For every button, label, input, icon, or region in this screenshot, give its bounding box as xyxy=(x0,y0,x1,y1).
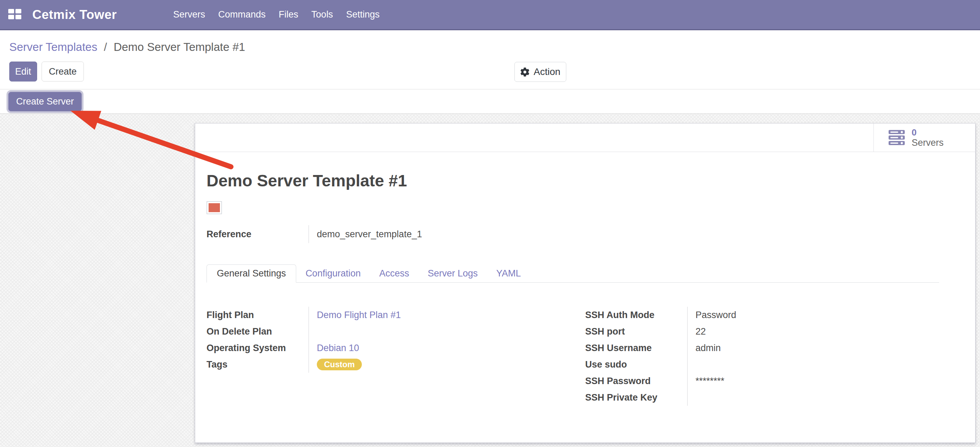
ssh-username-value: admin xyxy=(695,343,721,353)
breadcrumb: Server Templates / Demo Server Template … xyxy=(9,41,245,54)
operating-system-label: Operating System xyxy=(207,340,309,356)
field-row-ssh-username: SSH Username admin xyxy=(585,340,964,356)
gear-icon xyxy=(520,67,530,77)
field-row-ssh-private-key: SSH Private Key xyxy=(585,389,964,406)
field-row-on-delete-plan: On Delete Plan xyxy=(207,323,585,340)
ssh-password-label: SSH Password xyxy=(585,373,687,389)
tag-badge-custom: Custom xyxy=(317,359,362,370)
apps-menu-button[interactable] xyxy=(8,9,21,21)
tab-server-logs[interactable]: Server Logs xyxy=(418,264,487,282)
menu-item-files[interactable]: Files xyxy=(272,9,305,20)
tab-yaml[interactable]: YAML xyxy=(487,264,530,282)
on-delete-plan-label: On Delete Plan xyxy=(207,323,309,340)
action-button[interactable]: Action xyxy=(514,62,566,82)
field-row-ssh-auth-mode: SSH Auth Mode Password xyxy=(585,307,964,323)
notebook-tabs: General Settings Configuration Access Se… xyxy=(207,264,939,283)
create-server-button[interactable]: Create Server xyxy=(8,92,82,112)
ssh-port-label: SSH port xyxy=(585,323,687,340)
servers-stat-text: 0 Servers xyxy=(912,127,943,148)
create-button[interactable]: Create xyxy=(41,62,84,81)
action-button-label: Action xyxy=(534,66,560,77)
tab-access[interactable]: Access xyxy=(370,264,418,282)
edit-button[interactable]: Edit xyxy=(9,62,37,81)
stat-button-box: 0 Servers xyxy=(195,123,975,152)
servers-stat-label: Servers xyxy=(912,137,943,148)
menu-item-settings[interactable]: Settings xyxy=(339,9,386,20)
reference-label: Reference xyxy=(207,225,309,243)
apps-grid-icon xyxy=(8,9,21,21)
record-sheet: 0 Servers Demo Server Template #1 Refere… xyxy=(195,123,975,443)
field-row-ssh-port: SSH port 22 xyxy=(585,323,964,340)
breadcrumb-parent-link[interactable]: Server Templates xyxy=(9,41,97,53)
color-swatch-fill xyxy=(208,203,220,212)
tags-label: Tags xyxy=(207,356,309,373)
flight-plan-label: Flight Plan xyxy=(207,307,309,323)
breadcrumb-current: Demo Server Template #1 xyxy=(114,41,245,53)
tab-configuration[interactable]: Configuration xyxy=(296,264,370,282)
main-menu: Servers Commands Files Tools Settings xyxy=(167,0,386,29)
record-title: Demo Server Template #1 xyxy=(207,171,964,190)
menu-item-tools[interactable]: Tools xyxy=(305,9,339,20)
field-grid: Flight Plan Demo Flight Plan #1 On Delet… xyxy=(207,307,964,406)
field-row-tags: Tags Custom xyxy=(207,356,585,373)
ssh-password-value: ******** xyxy=(695,376,724,386)
field-row-ssh-password: SSH Password ******** xyxy=(585,373,964,389)
field-group-right: SSH Auth Mode Password SSH port 22 SSH U… xyxy=(585,307,964,406)
servers-stat-count: 0 xyxy=(912,127,943,137)
ssh-port-value: 22 xyxy=(695,326,706,337)
breadcrumb-separator: / xyxy=(100,41,110,53)
ssh-private-key-label: SSH Private Key xyxy=(585,389,687,406)
reference-value: demo_server_template_1 xyxy=(317,229,422,239)
field-row-use-sudo: Use sudo xyxy=(585,356,964,373)
field-row-flight-plan: Flight Plan Demo Flight Plan #1 xyxy=(207,307,585,323)
ssh-username-label: SSH Username xyxy=(585,340,687,356)
menu-item-servers[interactable]: Servers xyxy=(167,9,212,20)
menu-item-commands[interactable]: Commands xyxy=(212,9,272,20)
form-statusbar: Create Server xyxy=(0,89,980,114)
ssh-auth-mode-label: SSH Auth Mode xyxy=(585,307,687,323)
field-row-operating-system: Operating System Debian 10 xyxy=(207,340,585,356)
operating-system-value-link[interactable]: Debian 10 xyxy=(317,343,359,353)
field-group-left: Flight Plan Demo Flight Plan #1 On Delet… xyxy=(207,307,585,406)
color-swatch xyxy=(207,201,222,214)
reference-value-cell: demo_server_template_1 xyxy=(309,225,964,243)
app-brand-title: Cetmix Tower xyxy=(32,8,117,22)
servers-stat-button[interactable]: 0 Servers xyxy=(873,123,975,152)
server-icon xyxy=(889,130,905,145)
use-sudo-label: Use sudo xyxy=(585,356,687,373)
ssh-auth-mode-value: Password xyxy=(695,310,737,321)
flight-plan-value-link[interactable]: Demo Flight Plan #1 xyxy=(317,310,401,321)
sheet-body: Demo Server Template #1 Reference demo_s… xyxy=(195,171,975,406)
tab-general-settings[interactable]: General Settings xyxy=(207,264,296,283)
top-navbar: Cetmix Tower Servers Commands Files Tool… xyxy=(0,0,980,30)
reference-field-row: Reference demo_server_template_1 xyxy=(207,225,964,243)
